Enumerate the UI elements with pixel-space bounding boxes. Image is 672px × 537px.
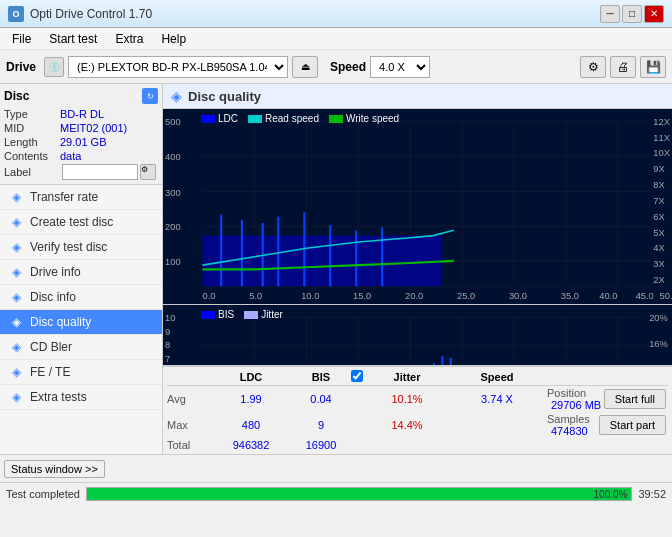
svg-text:10.0: 10.0 [301, 290, 319, 301]
sidebar-item-disc-info-label: Disc info [30, 290, 76, 304]
disc-type-val: BD-R DL [60, 108, 104, 120]
stats-max-bis: 9 [291, 419, 351, 431]
status-window-button[interactable]: Status window >> [4, 460, 105, 478]
stats-speed-header: Speed [447, 371, 547, 383]
tool-icon-1[interactable]: ⚙ [580, 56, 606, 78]
stats-samples-row: Samples 474830 [547, 413, 597, 437]
svg-rect-42 [202, 236, 441, 287]
svg-text:400: 400 [165, 151, 181, 162]
svg-text:4X: 4X [653, 242, 665, 253]
status-bottom-area: Status window >> [0, 454, 672, 482]
sidebar-item-fe-te-label: FE / TE [30, 365, 70, 379]
svg-rect-43 [220, 214, 222, 286]
svg-text:8X: 8X [653, 179, 665, 190]
legend-jitter-color [244, 311, 258, 319]
stats-checkbox[interactable] [351, 370, 367, 384]
svg-text:12X: 12X [653, 116, 670, 127]
content-header: ◈ Disc quality [163, 84, 672, 109]
disc-quality-icon: ◈ [8, 315, 24, 329]
svg-text:25.0: 25.0 [457, 290, 475, 301]
sidebar-item-create-test-disc-label: Create test disc [30, 215, 113, 229]
sidebar-item-drive-info-label: Drive info [30, 265, 81, 279]
speed-select[interactable]: 4.0 X 1.0 X 2.0 X 6.0 X 8.0 X [370, 56, 430, 78]
drive-info-icon: ◈ [8, 265, 24, 279]
svg-text:100: 100 [165, 256, 181, 267]
app-title: Opti Drive Control 1.70 [30, 7, 152, 21]
chart2-legend: BIS Jitter [201, 309, 283, 320]
disc-type-key: Type [4, 108, 60, 120]
fe-te-icon: ◈ [8, 365, 24, 379]
disc-length-row: Length 29.01 GB [4, 136, 158, 148]
window-controls: ─ □ ✕ [600, 5, 664, 23]
sidebar-item-verify-test-disc[interactable]: ◈ Verify test disc [0, 235, 162, 260]
disc-label-input[interactable] [62, 164, 138, 180]
svg-rect-49 [355, 230, 357, 286]
chart1-legend: LDC Read speed Write speed [201, 113, 399, 124]
svg-text:8: 8 [165, 340, 170, 351]
svg-text:300: 300 [165, 186, 181, 197]
sidebar-item-disc-quality-label: Disc quality [30, 315, 91, 329]
sidebar-item-drive-info[interactable]: ◈ Drive info [0, 260, 162, 285]
menu-file[interactable]: File [4, 30, 39, 48]
tool-icon-2[interactable]: 🖨 [610, 56, 636, 78]
svg-rect-94 [441, 356, 443, 365]
maximize-button[interactable]: □ [622, 5, 642, 23]
menubar: File Start test Extra Help [0, 28, 672, 50]
create-test-disc-icon: ◈ [8, 215, 24, 229]
menu-extra[interactable]: Extra [107, 30, 151, 48]
menu-start-test[interactable]: Start test [41, 30, 105, 48]
start-full-button[interactable]: Start full [604, 389, 666, 409]
close-button[interactable]: ✕ [644, 5, 664, 23]
disc-label-row: Label ⚙ [4, 164, 158, 180]
disc-label-button[interactable]: ⚙ [140, 164, 156, 180]
eject-button[interactable]: ⏏ [292, 56, 318, 78]
stats-max-ldc: 480 [211, 419, 291, 431]
stats-area: LDC BIS Jitter Speed Avg 1.99 0.04 10.1%… [163, 365, 672, 454]
stats-total-ldc: 946382 [211, 439, 291, 451]
jitter-checkbox[interactable] [351, 370, 363, 382]
svg-rect-44 [241, 220, 243, 286]
minimize-button[interactable]: ─ [600, 5, 620, 23]
sidebar-item-extra-tests[interactable]: ◈ Extra tests [0, 385, 162, 410]
sidebar-item-extra-tests-label: Extra tests [30, 390, 87, 404]
sidebar-item-fe-te[interactable]: ◈ FE / TE [0, 360, 162, 385]
content-title: Disc quality [188, 89, 261, 104]
svg-rect-93 [433, 363, 435, 365]
disc-refresh-icon[interactable]: ↻ [142, 88, 158, 104]
svg-text:40.0: 40.0 [599, 290, 617, 301]
stats-samples-label: Samples [547, 413, 590, 425]
svg-text:200: 200 [165, 221, 181, 232]
sidebar-item-transfer-rate[interactable]: ◈ Transfer rate [0, 185, 162, 210]
cd-bler-icon: ◈ [8, 340, 24, 354]
legend-bis-color [201, 311, 215, 319]
progress-pct: 100.0% [594, 488, 628, 501]
legend-read-speed: Read speed [248, 113, 319, 124]
sidebar-item-disc-info[interactable]: ◈ Disc info [0, 285, 162, 310]
sidebar-item-cd-bler[interactable]: ◈ CD Bler [0, 335, 162, 360]
stats-samples-val: 474830 [551, 425, 588, 437]
tool-icon-3[interactable]: 💾 [640, 56, 666, 78]
stats-avg-jitter: 10.1% [367, 393, 447, 405]
drive-select[interactable]: (E:) PLEXTOR BD-R PX-LB950SA 1.04 [68, 56, 288, 78]
disc-type-row: Type BD-R DL [4, 108, 158, 120]
svg-text:16%: 16% [649, 338, 668, 349]
start-part-button[interactable]: Start part [599, 415, 666, 435]
legend-read-speed-color [248, 115, 262, 123]
menu-help[interactable]: Help [153, 30, 194, 48]
sidebar-item-create-test-disc[interactable]: ◈ Create test disc [0, 210, 162, 235]
sidebar-item-disc-quality[interactable]: ◈ Disc quality [0, 310, 162, 335]
stats-position-val: 29706 MB [551, 399, 601, 411]
stats-avg-speed: 3.74 X [447, 393, 547, 405]
disc-label-key: Label [4, 166, 60, 178]
titlebar: O Opti Drive Control 1.70 ─ □ ✕ [0, 0, 672, 28]
svg-text:35.0: 35.0 [561, 290, 579, 301]
stats-max-row: Max 480 9 14.4% Samples 474830 Start par… [167, 412, 668, 438]
sidebar: Disc ↻ Type BD-R DL MID MEIT02 (001) Len… [0, 84, 163, 454]
legend-write-speed-color [329, 115, 343, 123]
stats-position-row: Position 29706 MB [547, 387, 602, 411]
stats-avg-ldc: 1.99 [211, 393, 291, 405]
chart1-svg: 500 400 300 200 100 12X 11X 10X 9X 8X 7X… [163, 109, 672, 304]
svg-text:45.0: 45.0 [636, 290, 654, 301]
stats-total-row: Total 946382 16900 [167, 438, 668, 452]
legend-write-speed-label: Write speed [346, 113, 399, 124]
